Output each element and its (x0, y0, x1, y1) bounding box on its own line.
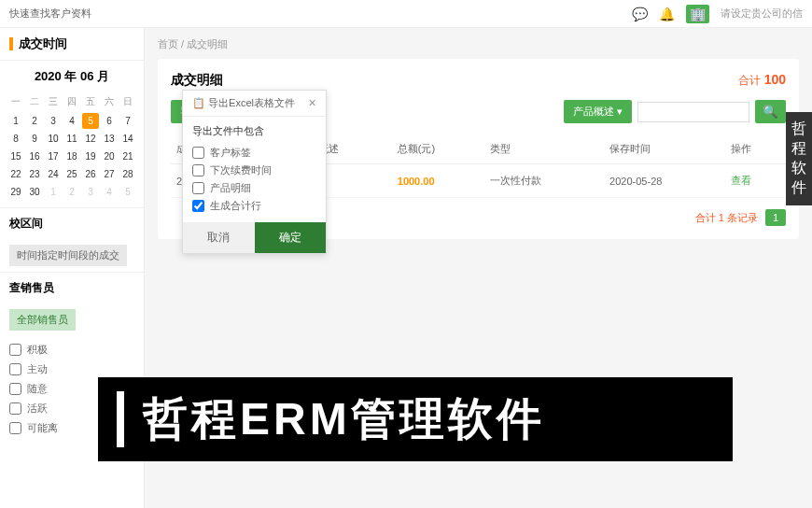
search-input[interactable] (637, 102, 749, 122)
calendar-day[interactable]: 1 (7, 113, 24, 129)
calendar-title: 2020 年 06 月 (7, 68, 136, 85)
export-option-checkbox[interactable] (192, 147, 204, 159)
breadcrumb: 首页 / 成交明细 (158, 37, 799, 51)
export-option-checkbox[interactable] (192, 182, 204, 194)
calendar-day[interactable]: 15 (7, 148, 24, 164)
calendar-day[interactable]: 11 (63, 131, 80, 147)
chat-icon[interactable]: 💬 (632, 7, 648, 21)
calendar-day[interactable]: 2 (26, 113, 43, 129)
calendar-day[interactable]: 28 (119, 166, 136, 182)
calendar-day[interactable]: 1 (45, 184, 62, 200)
calendar-day[interactable]: 8 (7, 131, 24, 147)
calendar-day[interactable]: 10 (45, 131, 62, 147)
sales-checkbox[interactable] (9, 344, 21, 356)
calendar: 2020 年 06 月 一二三四五六日123456789101112131415… (0, 61, 144, 207)
time-range-button[interactable]: 时间指定时间段的成交 (9, 245, 127, 266)
bell-icon[interactable]: 🔔 (659, 7, 675, 21)
calendar-day[interactable]: 9 (26, 131, 43, 147)
topbar: 快速查找客户资料 💬 🔔 🏢 请设定贵公司的信 (0, 0, 812, 28)
sales-checkbox[interactable] (9, 422, 21, 434)
export-modal: 📋 导出Excel表格文件 ✕ 导出文件中包含 客户标签下次续费时间产品明细生成… (182, 90, 327, 254)
calendar-day[interactable]: 16 (26, 148, 43, 164)
section-range: 校区间 (0, 207, 144, 239)
banner-text: 哲程ERM管理软件 (143, 389, 545, 449)
filter-button[interactable]: 产品概述 ▾ (564, 100, 632, 123)
export-option-checkbox[interactable] (192, 164, 204, 176)
calendar-day[interactable]: 13 (101, 131, 118, 147)
calendar-day[interactable]: 19 (82, 148, 99, 164)
calendar-day[interactable]: 24 (45, 166, 62, 182)
section-sales: 查销售员 (0, 272, 144, 303)
calendar-day[interactable]: 3 (82, 184, 99, 200)
modal-title: 📋 导出Excel表格文件 (192, 96, 295, 110)
summary-total: 合计 100 (738, 72, 786, 89)
close-icon[interactable]: ✕ (308, 97, 316, 109)
calendar-day[interactable]: 30 (26, 184, 43, 200)
calendar-day[interactable]: 4 (63, 113, 80, 129)
sales-checkbox[interactable] (9, 363, 21, 375)
calendar-day[interactable]: 14 (119, 131, 136, 147)
calendar-day[interactable]: 5 (82, 113, 99, 129)
sales-checkbox[interactable] (9, 402, 21, 415)
calendar-day[interactable]: 26 (82, 166, 99, 182)
topbar-title: 快速查找客户资料 (9, 7, 632, 21)
calendar-day[interactable]: 22 (7, 166, 24, 182)
banner-bar (117, 391, 124, 447)
search-button[interactable]: 🔍 (755, 100, 786, 123)
calendar-day[interactable]: 29 (7, 184, 24, 200)
building-icon[interactable]: 🏢 (686, 5, 709, 23)
company-text: 请设定贵公司的信 (721, 7, 803, 21)
calendar-day[interactable]: 20 (101, 148, 118, 164)
calendar-day[interactable]: 5 (119, 184, 136, 200)
calendar-day[interactable]: 2 (63, 184, 80, 200)
modal-label: 导出文件中包含 (192, 124, 316, 138)
sales-checkbox[interactable] (9, 383, 21, 395)
calendar-day[interactable]: 6 (101, 113, 118, 129)
export-option-checkbox[interactable] (192, 200, 204, 212)
calendar-day[interactable]: 18 (63, 148, 80, 164)
calendar-day[interactable]: 25 (63, 166, 80, 182)
page-title: 成交明细 (171, 72, 223, 89)
calendar-day[interactable]: 17 (45, 148, 62, 164)
calendar-day[interactable]: 27 (101, 166, 118, 182)
calendar-day[interactable]: 12 (82, 131, 99, 147)
calendar-day[interactable]: 23 (26, 166, 43, 182)
sidebar-header: 成交时间 (0, 28, 144, 61)
calendar-day[interactable]: 21 (119, 148, 136, 164)
modal-options: 客户标签下次续费时间产品明细生成合计行 (192, 144, 316, 215)
calendar-day[interactable]: 4 (101, 184, 118, 200)
banner: 哲程ERM管理软件 (98, 377, 733, 461)
view-link[interactable]: 查看 (725, 164, 786, 198)
confirm-button[interactable]: 确定 (255, 222, 327, 253)
all-sales-button[interactable]: 全部销售员 (9, 309, 76, 331)
cancel-button[interactable]: 取消 (183, 222, 255, 253)
calendar-day[interactable]: 3 (45, 113, 62, 129)
side-tag: 哲程软件 (786, 112, 812, 205)
calendar-grid[interactable]: 一二三四五六日123456789101112131415161718192021… (7, 92, 136, 200)
pagination-page[interactable]: 1 (765, 209, 786, 226)
calendar-day[interactable]: 7 (119, 113, 136, 129)
pagination-info: 合计 1 条记录 (695, 211, 758, 225)
